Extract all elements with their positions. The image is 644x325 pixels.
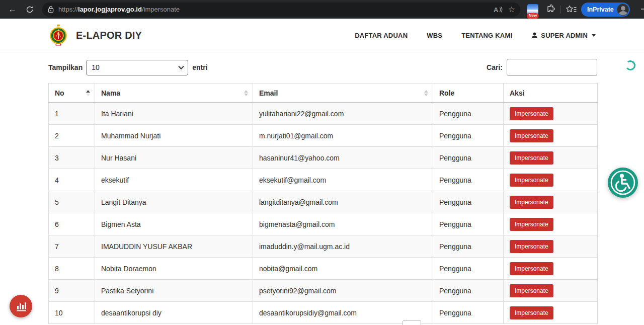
impersonate-button[interactable]: Impersonate: [510, 129, 553, 142]
cell-role: Pengguna: [433, 302, 504, 324]
impersonate-button[interactable]: Impersonate: [510, 174, 553, 187]
bar-chart-icon: [15, 301, 27, 312]
cell-email: psetyorini92@gmail.com: [253, 280, 433, 302]
col-header-nama[interactable]: Nama: [95, 84, 253, 103]
cell-email: langitditanya@gmail.com: [253, 191, 433, 213]
cell-no: 5: [49, 191, 95, 213]
browser-refresh-button[interactable]: [22, 2, 37, 17]
cell-aksi: Impersonate: [504, 147, 598, 169]
cell-aksi: Impersonate: [504, 280, 598, 302]
cell-no: 6: [49, 213, 95, 235]
table-row: 6 Bigmen Asta bigmenasta@gmail.com Pengg…: [49, 213, 598, 235]
col-header-no[interactable]: No: [49, 84, 95, 103]
cell-email: nobita@gmail.com: [253, 258, 433, 280]
cell-nama: IMADUDDIN YUSUF AKBAR: [95, 235, 253, 258]
nav-tentang-kami[interactable]: TENTANG KAMI: [461, 32, 512, 39]
url-host: lapor.jogjaprov.go.id: [78, 6, 142, 13]
cell-email: imaduddin.y@mail.ugm.ac.id: [253, 235, 433, 258]
select-caret-icon: [179, 64, 184, 69]
add-favorite-icon[interactable]: ☆: [508, 6, 515, 14]
browser-extension-area: New InPrivate: [527, 3, 630, 17]
nav-wbs[interactable]: WBS: [427, 32, 442, 39]
favorites-hub-icon[interactable]: [566, 5, 577, 14]
cell-role: Pengguna: [433, 125, 504, 147]
read-aloud-icon[interactable]: A: [493, 6, 503, 14]
table-row: 7 IMADUDDIN YUSUF AKBAR imaduddin.y@mail…: [49, 235, 598, 258]
toolbar-divider: [560, 6, 561, 14]
inprivate-badge[interactable]: InPrivate: [581, 3, 630, 17]
statistics-fab-button[interactable]: [10, 295, 32, 317]
cell-role: Pengguna: [433, 235, 504, 258]
browser-toolbar: ← https://lapor.jogjaprov.go.id/imperson…: [0, 0, 644, 19]
svg-text:A: A: [494, 6, 499, 14]
impersonate-button[interactable]: Impersonate: [510, 151, 553, 165]
cell-aksi: Impersonate: [504, 125, 598, 147]
table-row: 3 Nur Hasani hasaninur41@yahoo.com Pengg…: [49, 147, 598, 169]
cell-role: Pengguna: [433, 147, 504, 169]
search-label: Cari:: [487, 63, 503, 71]
browser-menu-icon[interactable]: [641, 9, 644, 10]
address-bar[interactable]: https://lapor.jogjaprov.go.id/impersonat…: [42, 3, 520, 17]
impersonate-button[interactable]: Impersonate: [510, 240, 553, 253]
profile-avatar[interactable]: [617, 4, 629, 16]
url-scheme: https://: [58, 6, 78, 13]
loading-spinner: [625, 60, 636, 71]
cell-no: 7: [49, 235, 95, 258]
table-header-row: No Nama Email Role Aksi: [49, 84, 598, 103]
main-content: Tampilkan 10 entri Cari: No Nama: [48, 59, 597, 324]
impersonate-button[interactable]: Impersonate: [510, 262, 553, 275]
main-nav: DAFTAR ADUAN WBS TENTANG KAMI SUPER ADMI…: [355, 32, 596, 39]
table-row: 2 Muhammad Nurjati m.nurjati01@gmail.com…: [49, 125, 598, 147]
cell-no: 8: [49, 258, 95, 280]
cell-aksi: Impersonate: [504, 213, 598, 235]
impersonate-button[interactable]: Impersonate: [510, 196, 553, 209]
url-text: https://lapor.jogjaprov.go.id/impersonat…: [58, 6, 489, 13]
impersonate-button[interactable]: Impersonate: [510, 284, 553, 297]
inprivate-label: InPrivate: [587, 6, 614, 13]
col-header-email[interactable]: Email: [253, 84, 433, 103]
site-header: E-LAPOR DIY DAFTAR ADUAN WBS TENTANG KAM…: [0, 19, 644, 52]
cell-nama: Pastika Setyorini: [95, 280, 253, 302]
table-row: 9 Pastika Setyorini psetyorini92@gmail.c…: [49, 280, 598, 302]
cell-no: 9: [49, 280, 95, 302]
brand[interactable]: E-LAPOR DIY: [49, 24, 142, 47]
refresh-icon: [26, 6, 34, 14]
browser-back-button[interactable]: ←: [5, 2, 20, 17]
impersonate-button[interactable]: Impersonate: [510, 107, 553, 120]
new-badge: New: [527, 13, 539, 19]
impersonate-button[interactable]: Impersonate: [510, 306, 553, 319]
col-header-role[interactable]: Role: [433, 84, 504, 103]
chevron-down-icon: [592, 34, 596, 37]
cell-nama: eksekutif: [95, 169, 253, 191]
cell-role: Pengguna: [433, 280, 504, 302]
cell-role: Pengguna: [433, 213, 504, 235]
sort-icon-nama: [244, 90, 248, 96]
brand-name: E-LAPOR DIY: [76, 30, 142, 41]
page-length-select[interactable]: 10: [86, 60, 188, 75]
cell-nama: Bigmen Asta: [95, 213, 253, 235]
users-table: No Nama Email Role Aksi 1: [48, 83, 598, 324]
accessibility-icon: [608, 168, 638, 198]
nav-daftar-aduan[interactable]: DAFTAR ADUAN: [355, 32, 408, 39]
impersonate-button[interactable]: Impersonate: [510, 218, 553, 231]
search-input[interactable]: [507, 59, 597, 76]
show-entries-label: Tampilkan: [48, 63, 83, 71]
cell-role: Pengguna: [433, 191, 504, 213]
accessibility-widget-button[interactable]: [608, 168, 638, 198]
cell-no: 3: [49, 147, 95, 169]
user-menu[interactable]: SUPER ADMIN: [531, 32, 596, 39]
extensions-puzzle-icon[interactable]: [546, 5, 556, 15]
col-header-aksi: Aksi: [504, 84, 598, 103]
cell-aksi: Impersonate: [504, 235, 598, 258]
cell-nama: Ita Hariani: [95, 103, 253, 125]
cell-aksi: Impersonate: [504, 169, 598, 191]
user-menu-label: SUPER ADMIN: [541, 32, 588, 39]
cell-aksi: Impersonate: [504, 302, 598, 324]
table-row: 5 Langit Ditanya langitditanya@gmail.com…: [49, 191, 598, 213]
cell-email: hasaninur41@yahoo.com: [253, 147, 433, 169]
url-path: /impersonate: [142, 6, 180, 13]
pagination-button[interactable]: [403, 320, 421, 325]
cell-nama: Langit Ditanya: [95, 191, 253, 213]
extension-icon[interactable]: New: [527, 4, 538, 15]
cell-role: Pengguna: [433, 258, 504, 280]
